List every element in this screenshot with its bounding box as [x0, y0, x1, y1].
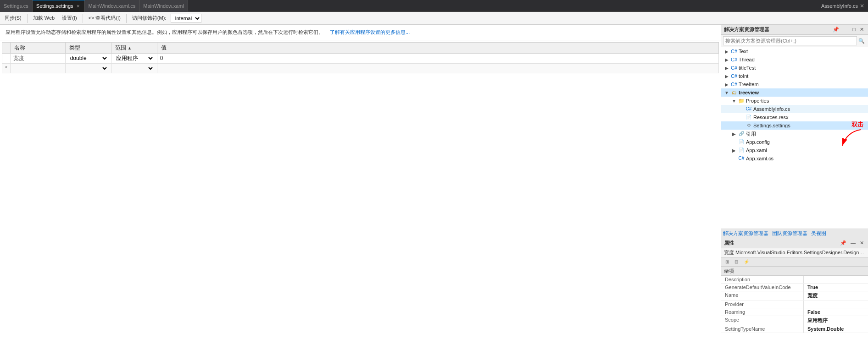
- props-pin-button[interactable]: 📌: [839, 240, 848, 246]
- tab-settings-settings-label: Settings.settings: [36, 3, 73, 9]
- props-events-btn[interactable]: ⚡: [741, 258, 751, 265]
- prop-value-provider[interactable]: [804, 301, 868, 308]
- prop-value-roaming[interactable]: False: [804, 308, 868, 316]
- tree-label-toint: toInt: [739, 73, 748, 79]
- sol-maximize-button[interactable]: □: [851, 27, 857, 33]
- team-explorer-link[interactable]: 团队资源管理器: [772, 230, 807, 237]
- prop-value-name[interactable]: 宽度: [804, 291, 868, 300]
- tree-arrow-appxaml[interactable]: ▶: [730, 148, 738, 153]
- prop-row-roaming: Roaming False: [721, 308, 868, 316]
- tab-mainwindow-xaml[interactable]: MainWindow.xaml: [139, 0, 188, 12]
- sol-pin-button[interactable]: 📌: [831, 27, 840, 33]
- tree-arrow-thread[interactable]: ▶: [723, 57, 730, 62]
- tree-item-references[interactable]: ▶ 🔗 引用: [721, 130, 868, 138]
- tree-item-appconfig[interactable]: 📄 App.config: [721, 138, 868, 146]
- settings-table-container: 名称 类型 范围 值: [0, 40, 721, 339]
- access-modifier-select[interactable]: Internal Public: [171, 14, 201, 23]
- tree-label-titletest: titleTest: [739, 65, 756, 71]
- sol-search-input[interactable]: [723, 36, 857, 45]
- row-type-cell[interactable]: double string int bool: [65, 53, 111, 63]
- props-minimize-button[interactable]: —: [849, 240, 857, 246]
- tree-arrow-toint[interactable]: ▶: [723, 74, 730, 79]
- cs-icon: C#: [730, 48, 738, 55]
- sol-explorer-link[interactable]: 解决方案资源管理器: [723, 230, 768, 237]
- tree-arrow-titletest[interactable]: ▶: [723, 66, 730, 71]
- props-close-button[interactable]: ✕: [858, 240, 865, 246]
- tree-item-resources[interactable]: 📄 Resources.resx: [721, 113, 868, 121]
- new-row-name[interactable]: [10, 63, 65, 73]
- search-icon[interactable]: 🔍: [857, 38, 866, 44]
- tab-settings-settings[interactable]: Settings.settings ✕: [33, 0, 85, 12]
- tree-item-text[interactable]: ▶ C# Text: [721, 47, 868, 55]
- description-link[interactable]: 了解有关应用程序设置的更多信息...: [330, 29, 410, 35]
- new-row-scope[interactable]: [111, 63, 157, 73]
- prop-value-scope[interactable]: 应用程序: [804, 316, 868, 325]
- props-toolbar: ⊞ ⊟ ⚡: [721, 257, 868, 267]
- tree-arrow-treeview[interactable]: ▼: [723, 90, 730, 95]
- row-name-cell[interactable]: 宽度: [10, 53, 65, 63]
- new-row-type[interactable]: [65, 63, 111, 73]
- properties-panel: 属性 📌 — ✕ 宽度 Microsoft.VisualStudio.Edito…: [721, 238, 868, 339]
- right-tab-assemblyinfo[interactable]: AssemblyInfo.cs ✕: [818, 0, 868, 12]
- add-button[interactable]: 加载 Web: [30, 14, 57, 22]
- row-type-select[interactable]: double string int bool: [68, 55, 108, 62]
- row-marker: [2, 53, 11, 63]
- tree-label-resources: Resources.resx: [753, 115, 788, 120]
- tree-item-properties[interactable]: ▼ 📁 Properties: [721, 97, 868, 105]
- tree-arrow-treeitem[interactable]: ▶: [723, 82, 730, 87]
- description-text: 应用程序设置允许动态存储和检索应用程序的属性设置和其他信息。例如，应用程序可以保…: [6, 29, 323, 35]
- prop-name-scope: Scope: [721, 316, 804, 325]
- main-area: 应用程序设置允许动态存储和检索应用程序的属性设置和其他信息。例如，应用程序可以保…: [0, 25, 868, 339]
- view-code-button[interactable]: <> 查看代码(I): [86, 14, 123, 22]
- row-scope-select[interactable]: 应用程序 用户: [114, 55, 154, 62]
- cs-icon-toint: C#: [730, 72, 738, 80]
- sol-minimize-button[interactable]: —: [842, 27, 850, 33]
- class-view-link[interactable]: 类视图: [811, 230, 826, 237]
- prop-name-settingtypename: SettingTypeName: [721, 325, 804, 333]
- col-value-header[interactable]: 值: [157, 42, 718, 53]
- col-name-header[interactable]: 名称: [10, 42, 65, 53]
- props-section-misc[interactable]: 杂项: [721, 267, 868, 276]
- new-row-value[interactable]: [157, 63, 718, 73]
- tab-mainwindow-xaml-label: MainWindow.xaml: [143, 3, 184, 9]
- tree-label-assemblyinfo: AssemblyInfo.cs: [753, 106, 790, 112]
- col-type-header[interactable]: 类型: [65, 42, 111, 53]
- sol-close-button[interactable]: ✕: [858, 27, 865, 33]
- toolbar-sep-1: [27, 14, 28, 23]
- settings-button[interactable]: 设置(I): [59, 14, 79, 22]
- new-row-type-select[interactable]: [68, 65, 108, 72]
- tree-item-titletest[interactable]: ▶ C# titleTest: [721, 64, 868, 72]
- tree-item-assemblyinfo[interactable]: C# AssemblyInfo.cs: [721, 105, 868, 113]
- row-value-cell[interactable]: 0: [157, 53, 718, 63]
- col-scope-header[interactable]: 范围: [111, 42, 157, 53]
- prop-row-provider: Provider: [721, 301, 868, 308]
- tree-arrow-text[interactable]: ▶: [723, 49, 730, 54]
- tree-arrow-properties[interactable]: ▼: [730, 98, 738, 104]
- tab-settings-settings-close[interactable]: ✕: [75, 4, 81, 9]
- right-tab-close[interactable]: ✕: [860, 3, 864, 9]
- props-alpha-btn[interactable]: ⊟: [732, 258, 740, 265]
- prop-value-description[interactable]: [804, 276, 868, 283]
- right-tab-label: AssemblyInfo.cs: [821, 3, 858, 9]
- tree-item-toint[interactable]: ▶ C# toInt: [721, 72, 868, 80]
- tree-item-appxaml[interactable]: ▶ 📄 App.xaml: [721, 146, 868, 154]
- prop-name-name: Name: [721, 291, 804, 300]
- prop-value-generatedefault[interactable]: True: [804, 284, 868, 291]
- prop-value-settingtypename[interactable]: System.Double: [804, 325, 868, 333]
- tab-settings-cs[interactable]: Settings.cs: [0, 0, 33, 12]
- sol-tree-view: ▶ C# Text ▶ C# Thread ▶ C# titleTest: [721, 47, 868, 229]
- tree-item-settings[interactable]: ⚙ Settings.settings: [721, 121, 868, 130]
- sync-button[interactable]: 同步(S): [2, 14, 24, 22]
- props-categorized-btn[interactable]: ⊞: [723, 258, 731, 265]
- cs-icon-assemblyinfo: C#: [745, 105, 752, 113]
- tree-arrow-references[interactable]: ▶: [730, 131, 738, 137]
- tab-mainwindow-xaml-cs[interactable]: MainWindow.xaml.cs: [85, 0, 140, 12]
- tree-item-appxamlcs[interactable]: C# App.xaml.cs: [721, 154, 868, 163]
- tree-label-treeitem: TreeItem: [739, 82, 759, 87]
- row-scope-cell[interactable]: 应用程序 用户: [111, 53, 157, 63]
- tree-item-treeitem[interactable]: ▶ C# TreeItem: [721, 80, 868, 88]
- new-row-scope-select[interactable]: [114, 65, 154, 72]
- tree-item-treeview[interactable]: ▼ 🗂 treeview: [721, 88, 868, 97]
- tree-item-thread[interactable]: ▶ C# Thread: [721, 55, 868, 64]
- config-icon: 📄: [738, 138, 745, 146]
